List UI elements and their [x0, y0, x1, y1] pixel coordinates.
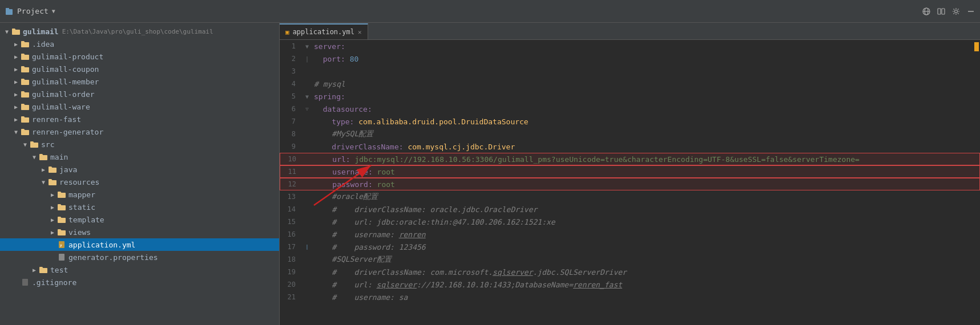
yaml-file-icon: y — [57, 240, 66, 249]
expand-arrow-icon: ▶ — [48, 190, 57, 199]
folder-icon — [21, 39, 30, 48]
gulimail-product-label: gulimail-product — [32, 52, 103, 61]
sidebar-item-gulimall-member[interactable]: ▶ gulimall-member — [0, 75, 279, 88]
sidebar-item-renren-generator[interactable]: ▼ renren-generator — [0, 125, 279, 138]
resources-label: resources — [59, 178, 99, 186]
collapse-arrow-icon: ▼ — [2, 27, 11, 36]
toolbar-actions — [922, 7, 975, 16]
sidebar-item-gitignore[interactable]: .gitignore — [0, 276, 279, 289]
sidebar-item-test[interactable]: ▶ test — [0, 263, 279, 276]
code-line-18: 18 #SQLServer配置 — [280, 253, 980, 266]
code-line-20: 20 # url: sqlserver://192.168.10.10:1433… — [280, 278, 980, 291]
tab-application-yml[interactable]: ▣ application.yml ✕ — [280, 23, 368, 39]
folder-icon — [57, 190, 66, 199]
sidebar-item-static[interactable]: ▶ static — [0, 201, 279, 213]
test-label: test — [50, 266, 68, 274]
generator-properties-label: generator.properties — [68, 253, 158, 262]
code-line-6: 6 ▽ datasource: — [280, 103, 980, 115]
gear-icon[interactable] — [951, 7, 961, 16]
gitignore-file-icon — [21, 278, 30, 287]
sidebar-item-gulimall-order[interactable]: ▶ gulimall-order — [0, 88, 279, 100]
code-line-15: 15 # url: jdbc:oracle:thin:@47.100.206.1… — [280, 216, 980, 228]
minimize-icon[interactable] — [966, 7, 975, 16]
editor-content[interactable]: 1 ▼ server: 2 | port: 80 3 4 # mysql — [280, 40, 980, 325]
expand-arrow-icon: ▶ — [11, 102, 21, 111]
code-line-1: 1 ▼ server: — [280, 40, 980, 52]
folder-icon — [57, 202, 66, 212]
collapse-arrow-icon: ▼ — [21, 140, 30, 149]
sidebar-item-gulimail[interactable]: ▼ gulimail E:\Data\Java\pro\guli_shop\co… — [0, 25, 279, 38]
code-line-13: 13 #oracle配置 — [280, 190, 980, 203]
gulimall-coupon-label: gulimall-coupon — [32, 65, 99, 74]
sidebar-item-views[interactable]: ▶ views — [0, 226, 279, 238]
code-line-2: 2 | port: 80 — [280, 52, 980, 65]
tab-label: application.yml — [293, 28, 354, 36]
split-icon[interactable] — [937, 7, 946, 16]
gitignore-label: .gitignore — [32, 278, 76, 287]
expand-arrow-icon: ▶ — [11, 52, 21, 61]
code-line-9: 9 driverClassName: com.mysql.cj.jdbc.Dri… — [280, 140, 980, 153]
expand-arrow-icon: ▶ — [11, 90, 21, 99]
project-root-label: gulimail — [23, 27, 59, 36]
expand-arrow-icon: ▶ — [39, 165, 48, 174]
props-file-icon — [57, 253, 66, 262]
sidebar-item-gulimall-coupon[interactable]: ▶ gulimall-coupon — [0, 63, 279, 75]
gulimall-member-label: gulimall-member — [32, 78, 99, 86]
mapper-label: mapper — [68, 190, 95, 199]
sidebar-item-generator-properties[interactable]: generator.properties — [0, 251, 279, 263]
idea-label: .idea — [32, 40, 54, 48]
collapse-arrow-icon: ▼ — [11, 127, 21, 136]
svg-point-7 — [955, 10, 958, 13]
java-label: java — [59, 165, 77, 174]
renren-fast-label: renren-fast — [32, 115, 81, 124]
folder-icon — [21, 77, 30, 86]
sidebar-item-main[interactable]: ▼ main — [0, 151, 279, 163]
sidebar-item-gulimall-ware[interactable]: ▶ gulimall-ware — [0, 100, 279, 113]
folder-icon — [21, 64, 30, 74]
expand-arrow-icon: ▶ — [48, 228, 57, 237]
tab-close-icon[interactable]: ✕ — [358, 29, 362, 36]
svg-rect-5 — [938, 9, 941, 14]
expand-arrow-icon: ▶ — [48, 215, 57, 224]
toolbar: Project ▼ — [0, 0, 980, 23]
expand-arrow-icon: ▶ — [11, 39, 21, 48]
folder-open-icon — [39, 152, 48, 161]
collapse-arrow-icon: ▼ — [39, 177, 48, 186]
folder-icon — [21, 102, 30, 111]
expand-arrow-icon: ▶ — [11, 64, 21, 74]
folder-icon — [11, 27, 21, 36]
sidebar-item-idea[interactable]: ▶ .idea — [0, 38, 279, 50]
code-line-8: 8 #MySQL配置 — [280, 128, 980, 140]
gulimall-order-label: gulimall-order — [32, 90, 95, 99]
tab-yaml-icon: ▣ — [285, 29, 289, 36]
sidebar-item-renren-fast[interactable]: ▶ renren-fast — [0, 113, 279, 125]
sidebar-item-mapper[interactable]: ▶ mapper — [0, 188, 279, 201]
sidebar[interactable]: ▼ gulimail E:\Data\Java\pro\guli_shop\co… — [0, 23, 280, 325]
sidebar-item-java[interactable]: ▶ java — [0, 163, 279, 176]
toolbar-left: Project ▼ — [5, 7, 55, 16]
sidebar-item-template[interactable]: ▶ template — [0, 213, 279, 226]
sidebar-item-application-yml[interactable]: y application.yml — [0, 238, 279, 251]
svg-rect-1 — [6, 8, 9, 10]
svg-text:y: y — [60, 243, 62, 247]
project-icon — [5, 7, 14, 16]
main-label: main — [50, 153, 68, 161]
svg-rect-11 — [59, 254, 64, 261]
sidebar-item-src[interactable]: ▼ src — [0, 138, 279, 151]
folder-open-icon — [48, 177, 57, 186]
sidebar-item-gulimail-product[interactable]: ▶ gulimail-product — [0, 50, 279, 63]
folder-icon — [57, 215, 66, 224]
dropdown-arrow-icon[interactable]: ▼ — [52, 8, 55, 14]
svg-rect-0 — [6, 9, 13, 15]
folder-icon — [21, 52, 30, 61]
code-line-12: 12 password: root — [280, 178, 980, 190]
folder-open-icon — [30, 140, 39, 149]
code-line-3: 3 — [280, 65, 980, 78]
folder-icon — [57, 228, 66, 237]
template-label: template — [68, 216, 104, 224]
globe-icon[interactable] — [922, 7, 931, 16]
svg-rect-12 — [22, 279, 28, 286]
folder-open-icon — [21, 127, 30, 136]
code-line-14: 14 # driverClassName: oracle.jdbc.Oracle… — [280, 203, 980, 216]
sidebar-item-resources[interactable]: ▼ resources — [0, 176, 279, 188]
